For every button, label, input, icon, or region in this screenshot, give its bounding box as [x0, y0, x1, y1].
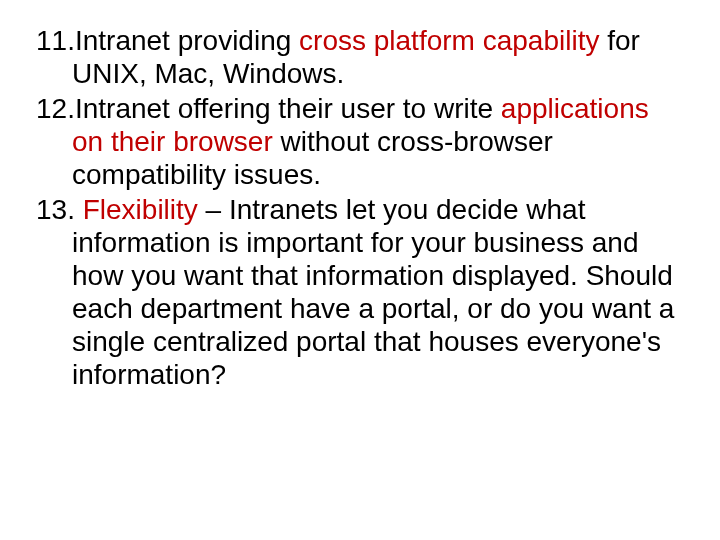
slide-body: 11.Intranet providing cross platform cap… — [0, 0, 720, 540]
item-text-pre: Intranet offering their user to write — [75, 93, 501, 124]
list-item: 11.Intranet providing cross platform cap… — [36, 24, 684, 90]
list-item: 13. Flexibility – Intranets let you deci… — [36, 193, 684, 391]
item-number: 11. — [36, 25, 75, 56]
item-text-highlight: Flexibility — [83, 194, 198, 225]
item-text-pre: Intranet providing — [75, 25, 299, 56]
list-item: 12.Intranet offering their user to write… — [36, 92, 684, 191]
item-number: 12. — [36, 93, 75, 124]
item-number: 13. — [36, 194, 83, 225]
item-text-highlight: cross platform capability — [299, 25, 599, 56]
